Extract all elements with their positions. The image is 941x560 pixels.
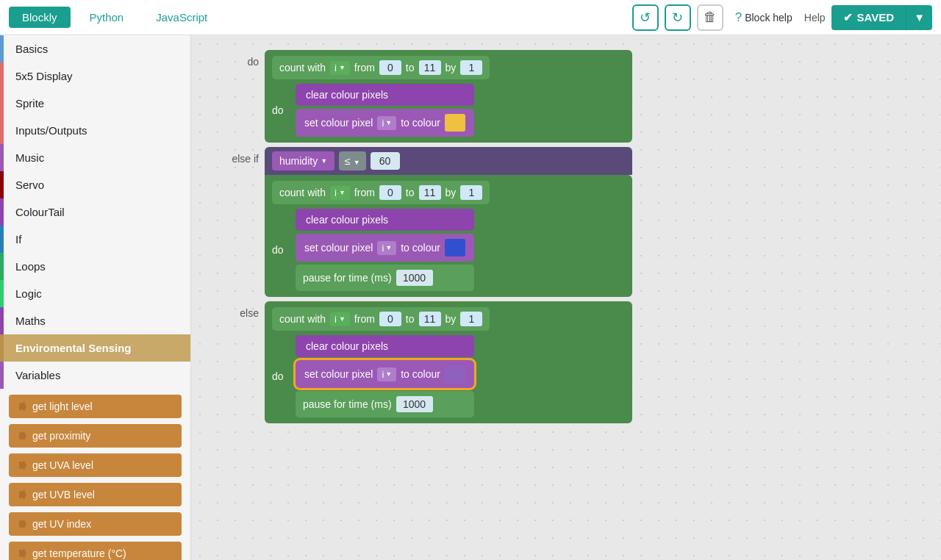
redo-button[interactable]: ↻ — [665, 4, 691, 31]
to-val-1[interactable]: 11 — [419, 60, 441, 75]
clear-label-1: clear colour pixels — [306, 89, 388, 101]
var-dropdown-3[interactable]: i ▼ — [330, 312, 350, 326]
section1-wrap: do count with i ▼ from 0 to — [221, 50, 632, 143]
saved-label: SAVED — [857, 11, 895, 24]
sidebar-item-logic[interactable]: Logic — [0, 280, 190, 307]
sidebar-item-music[interactable]: Music — [0, 144, 190, 171]
pixel-var-arrow-3: ▼ — [385, 370, 392, 378]
tab-python[interactable]: Python — [76, 7, 137, 28]
pixel-var-dropdown-2[interactable]: i ▼ — [377, 241, 396, 255]
section3-wrap: else count with i ▼ from 0 to 11 — [221, 301, 632, 423]
to-label-3: to — [406, 313, 415, 325]
colour-swatch-2[interactable] — [445, 239, 465, 256]
undo-button[interactable]: ↺ — [632, 4, 659, 31]
condition-val-2[interactable]: 60 — [371, 152, 400, 170]
block-get-uvb[interactable]: get UVB level — [9, 483, 182, 506]
by-val-3[interactable]: 1 — [460, 312, 482, 326]
sidebar-label-maths: Maths — [15, 315, 46, 327]
count-with-label-3: count with — [279, 313, 326, 325]
from-label-3: from — [354, 313, 375, 325]
block-get-proximity[interactable]: get proximity — [9, 424, 182, 448]
sidebar-item-display[interactable]: 5x5 Display — [0, 62, 190, 90]
sidebar-item-colour[interactable]: ColourTail — [0, 198, 190, 226]
count-block-3: count with i ▼ from 0 to 11 by 1 — [272, 307, 490, 331]
pixel-var-label-1: i — [382, 118, 384, 129]
block-get-uv-index[interactable]: get UV index — [9, 512, 182, 536]
help-button[interactable]: Help — [804, 12, 826, 24]
sidebar-label-vars: Variables — [15, 369, 60, 381]
sidebar-item-io[interactable]: Inputs/Outputs — [0, 117, 190, 144]
var-label-2: i — [334, 187, 337, 198]
to-val-2[interactable]: 11 — [419, 185, 441, 200]
block-get-light[interactable]: get light level — [9, 395, 182, 418]
saved-checkmark-icon: ✔ — [843, 11, 853, 24]
sidebar-item-if[interactable]: If — [0, 226, 190, 253]
sidebar-item-maths[interactable]: Maths — [0, 307, 190, 334]
clear-label-3: clear colour pixels — [306, 340, 388, 352]
pixel-var-dropdown-3[interactable]: i ▼ — [377, 367, 396, 381]
by-val-1[interactable]: 1 — [460, 60, 482, 75]
sidebar-label-env: Enviromental Sensing — [15, 342, 132, 354]
pixel-var-label-2: i — [382, 243, 384, 254]
pause-val-3[interactable]: 1000 — [396, 396, 433, 412]
to-colour-label-1: to colour — [401, 117, 440, 129]
pause-val-2[interactable]: 1000 — [396, 270, 433, 286]
from-val-3[interactable]: 0 — [379, 312, 401, 326]
pixel-var-arrow-1: ▼ — [385, 119, 392, 126]
sidebar-label-display: 5x5 Display — [15, 70, 73, 82]
section2-do-row: do clear colour pixels set colour pixel … — [272, 209, 625, 291]
pixel-var-label-3: i — [382, 369, 384, 380]
by-label-2: by — [446, 187, 457, 198]
sidebar-label-logic: Logic — [15, 287, 42, 300]
section2-keyword: else if — [221, 147, 265, 165]
pause-label-3: pause for time (ms) — [303, 398, 392, 410]
to-val-3[interactable]: 11 — [419, 312, 441, 326]
var-dropdown-2[interactable]: i ▼ — [330, 186, 350, 200]
pixel-var-dropdown-1[interactable]: i ▼ — [377, 116, 396, 130]
section1-keyword: do — [221, 50, 265, 68]
op-dropdown-2[interactable]: ≤ ▼ — [339, 151, 366, 170]
topbar: Blockly Python JavaScript ↺ ↻ 🗑 ? Block … — [0, 0, 941, 35]
count-with-label-2: count with — [279, 187, 326, 198]
from-val-2[interactable]: 0 — [379, 185, 401, 200]
block-get-temperature[interactable]: get temperature (°C) — [9, 542, 182, 560]
block-help-button[interactable]: ? Block help — [729, 6, 798, 29]
op-arrow-2: ▼ — [354, 159, 360, 166]
block-get-uva[interactable]: get UVA level — [9, 453, 182, 477]
from-label-1: from — [354, 62, 375, 73]
do-label-3: do — [272, 370, 293, 382]
var-dropdown-1[interactable]: i ▼ — [330, 61, 350, 75]
sidebar-item-env[interactable]: Enviromental Sensing — [0, 334, 190, 362]
pause-block-2: pause for time (ms) 1000 — [296, 265, 474, 291]
sidebar-label-io: Inputs/Outputs — [15, 124, 87, 137]
sidebar-item-vars[interactable]: Variables — [0, 362, 190, 389]
count-with-label-1: count with — [279, 62, 326, 73]
var-label-1: i — [334, 62, 337, 73]
sidebar-item-servo[interactable]: Servo — [0, 171, 190, 198]
from-label-2: from — [354, 187, 375, 198]
sidebar-label-sprite: Sprite — [15, 97, 44, 110]
saved-dropdown-button[interactable]: ▼ — [906, 5, 932, 30]
set-pixel-block-1: set colour pixel i ▼ to colour — [296, 109, 474, 137]
section1-block: count with i ▼ from 0 to 11 by 1 — [265, 50, 632, 143]
section3-block: count with i ▼ from 0 to 11 by 1 — [265, 301, 632, 423]
colour-swatch-1[interactable] — [445, 114, 465, 132]
sidebar-item-sprite[interactable]: Sprite — [0, 90, 190, 117]
tab-javascript[interactable]: JavaScript — [143, 7, 221, 28]
colour-swatch-3[interactable] — [445, 365, 465, 383]
var-arrow-1: ▼ — [339, 64, 346, 71]
clear-block-1: clear colour pixels — [296, 84, 474, 106]
humidity-dropdown-2[interactable]: humidity ▼ — [272, 151, 334, 170]
count-block-1: count with i ▼ from 0 to 11 by 1 — [272, 56, 490, 79]
sidebar-item-basics[interactable]: Basics — [0, 35, 190, 62]
sidebar: Basics 5x5 Display Sprite Inputs/Outputs… — [0, 35, 191, 560]
by-val-2[interactable]: 1 — [460, 185, 482, 200]
to-label-1: to — [406, 62, 415, 73]
pause-block-3: pause for time (ms) 1000 — [296, 391, 474, 417]
delete-button[interactable]: 🗑 — [697, 4, 723, 31]
main: Basics 5x5 Display Sprite Inputs/Outputs… — [0, 35, 941, 560]
saved-button[interactable]: ✔ SAVED — [831, 5, 906, 30]
from-val-1[interactable]: 0 — [379, 60, 401, 75]
sidebar-item-loops[interactable]: Loops — [0, 253, 190, 280]
tab-blockly[interactable]: Blockly — [9, 7, 71, 28]
